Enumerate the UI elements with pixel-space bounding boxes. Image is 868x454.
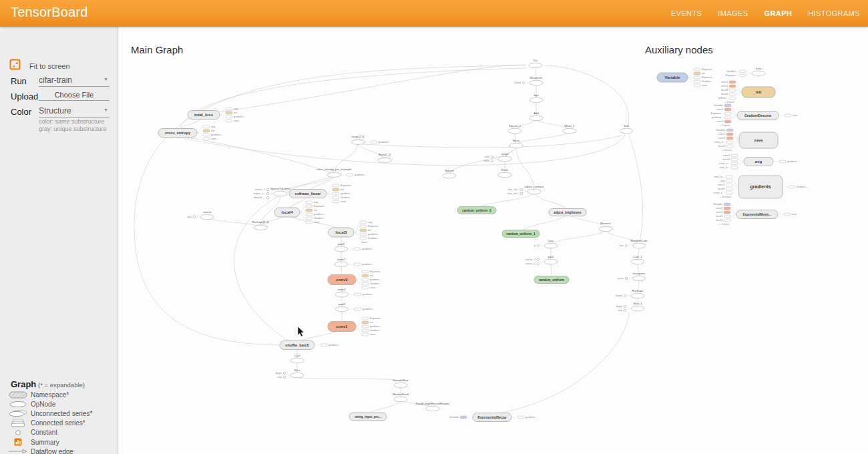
proxy-node-chip[interactable] — [726, 184, 732, 186]
graph-node-less[interactable]: Less — [544, 239, 558, 248]
choose-file-button[interactable]: Choose File — [39, 91, 110, 101]
fit-to-screen-button[interactable]: Fit to screen — [9, 59, 70, 73]
proxy-node-chip[interactable] — [226, 120, 232, 122]
graph-node-save[interactable]: save — [739, 132, 778, 148]
graph-node-reshape_op[interactable]: Reshape — [631, 289, 644, 298]
graph-node-div[interactable]: Div — [529, 59, 542, 68]
proxy-node-chip[interactable] — [779, 160, 786, 163]
proxy-node-chip[interactable] — [724, 215, 730, 218]
proxy-node-chip[interactable] — [731, 154, 738, 157]
proxy-node-chip[interactable] — [362, 270, 369, 273]
proxy-node-chip[interactable] — [354, 248, 361, 250]
graph-node-random_uniform_2[interactable]: random_uniform_2 — [457, 207, 496, 214]
proxy-node-chip[interactable] — [726, 133, 733, 136]
const-node[interactable] — [520, 188, 522, 190]
graph-node-conv2[interactable]: conv2 — [328, 275, 356, 285]
proxy-node-chip[interactable] — [739, 70, 746, 73]
graph-node-variable[interactable]: Variable — [657, 73, 688, 82]
proxy-node-chip[interactable] — [726, 145, 733, 148]
const-node[interactable] — [537, 262, 539, 264]
graph-node-norm2[interactable]: norm2 — [335, 258, 348, 267]
graph-node-string_input[interactable]: string_input_pro... — [349, 413, 387, 421]
proxy-node-chip[interactable] — [694, 84, 700, 87]
graph-node-gradient_descent[interactable]: GradientDescent — [737, 111, 779, 120]
graph-node-rank_1_2[interactable]: Rank[1-2] — [378, 153, 393, 162]
const-node[interactable] — [537, 244, 539, 246]
proxy-node-chip[interactable] — [226, 116, 232, 118]
proxy-node-chip[interactable] — [517, 416, 524, 419]
proxy-node-chip[interactable] — [724, 219, 730, 222]
graph-node-pool1[interactable]: pool1 — [335, 302, 349, 312]
proxy-node-chip[interactable] — [354, 263, 361, 266]
proxy-node-chip[interactable] — [694, 72, 700, 75]
const-node[interactable] — [491, 156, 493, 158]
proxy-node-chip[interactable] — [460, 416, 467, 419]
const-node[interactable] — [520, 192, 522, 194]
graph-node-adjust_contrast[interactable]: adjust_contrast — [525, 185, 544, 194]
proxy-node-chip[interactable] — [203, 126, 210, 128]
proxy-node-chip[interactable] — [306, 221, 312, 224]
proxy-node-chip[interactable] — [226, 111, 232, 114]
const-node[interactable] — [625, 244, 627, 246]
graph-node-add[interactable]: Add — [529, 111, 543, 121]
graph-node-norm1[interactable]: norm1 — [335, 288, 349, 297]
graph-node-cast[interactable]: Cast — [290, 354, 304, 363]
proxy-node-chip[interactable] — [203, 138, 210, 140]
proxy-node-chip[interactable] — [726, 141, 733, 144]
const-node[interactable] — [266, 196, 268, 198]
proxy-node-chip[interactable] — [731, 158, 738, 161]
graph-node-conv1[interactable]: conv1 — [328, 322, 356, 332]
proxy-node-chip[interactable] — [362, 274, 369, 277]
graph-node-adjust_brightness[interactable]: adjust_brightness — [549, 209, 586, 216]
graph-node-pack[interactable]: pack — [544, 255, 558, 264]
proxy-node-chip[interactable] — [362, 329, 369, 332]
proxy-node-chip[interactable] — [306, 217, 312, 220]
proxy-node-chip[interactable] — [724, 120, 731, 123]
proxy-node-chip[interactable] — [333, 200, 339, 203]
const-node[interactable] — [266, 192, 268, 194]
proxy-node-chip[interactable] — [306, 209, 312, 212]
proxy-node-chip[interactable] — [724, 211, 730, 214]
graph-node-slice_1[interactable]: Slice_1 — [631, 302, 644, 311]
graph-node-total_loss[interactable]: total_loss — [188, 111, 220, 120]
proxy-node-chip[interactable] — [729, 97, 736, 99]
proxy-node-chip[interactable] — [362, 325, 369, 328]
graph-node-pool2[interactable]: pool2 — [335, 242, 348, 252]
graph-node-avg[interactable]: avg — [744, 158, 773, 166]
graph-node-softmax_linear[interactable]: softmax_linear — [289, 190, 327, 198]
graph-node-cast_1[interactable]: Cast_1 — [631, 255, 644, 264]
proxy-node-chip[interactable] — [355, 293, 361, 296]
proxy-node-chip[interactable] — [360, 237, 367, 240]
const-node[interactable] — [266, 188, 268, 190]
proxy-node-chip[interactable] — [362, 282, 369, 285]
proxy-node-chip[interactable] — [729, 89, 736, 91]
proxy-node-chip[interactable] — [360, 229, 367, 232]
graph-node-exp_decay[interactable]: ExponentialDecay — [473, 413, 511, 422]
nav-tab-graph[interactable]: GRAPH — [765, 9, 793, 17]
proxy-node-chip[interactable] — [362, 278, 369, 281]
graph-node-mean[interactable]: Mean — [509, 139, 523, 148]
proxy-node-chip[interactable] — [726, 137, 733, 140]
graph-node-local4[interactable]: local4 — [274, 208, 300, 217]
graph-node-gradients[interactable]: gradients — [738, 176, 783, 198]
proxy-node-chip[interactable] — [724, 108, 731, 111]
proxy-node-chip[interactable] — [729, 93, 736, 95]
proxy-node-chip[interactable] — [360, 221, 367, 224]
proxy-node-chip[interactable] — [333, 192, 339, 195]
graph-node-sub[interactable]: Sub — [620, 124, 633, 134]
const-node[interactable] — [283, 372, 285, 374]
const-node[interactable] — [522, 81, 524, 83]
const-node[interactable] — [537, 258, 539, 260]
graph-node-random_crop[interactable]: RandomCrop — [631, 239, 648, 248]
const-node[interactable] — [193, 216, 195, 218]
proxy-node-chip[interactable] — [784, 213, 791, 216]
graph-node-rank[interactable]: Rank — [498, 168, 511, 178]
nav-tab-histograms[interactable]: HISTOGRAMS — [808, 9, 860, 17]
proxy-node-chip[interactable] — [355, 308, 361, 310]
graph-node-sparse_to_dense[interactable]: SparseToDense — [270, 187, 290, 196]
run-select[interactable]: cifar-train ▼ — [39, 75, 110, 87]
graph-node-init[interactable]: init — [742, 87, 775, 97]
graph-node-decode_raw[interactable]: DecodeRaw — [393, 379, 409, 388]
proxy-node-chip[interactable] — [362, 317, 369, 320]
graph-node-sqrt[interactable]: Sqrt — [529, 93, 543, 103]
